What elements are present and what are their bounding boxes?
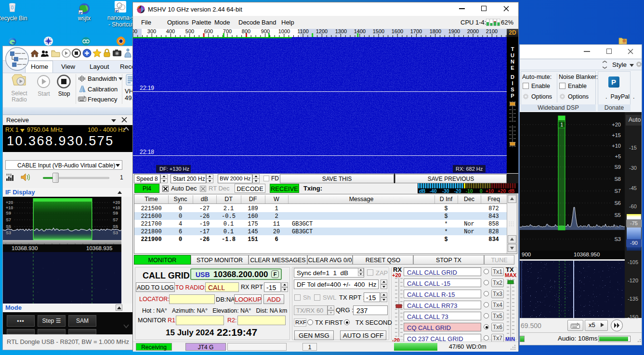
svg-text:S7: S7 bbox=[6, 217, 11, 222]
svg-text:2100: 2100 bbox=[486, 29, 498, 34]
svg-text:+15: +15 bbox=[612, 132, 621, 138]
svg-text:1100: 1100 bbox=[297, 29, 309, 34]
svg-text:1400: 1400 bbox=[354, 29, 366, 34]
svg-text:1000: 1000 bbox=[278, 29, 290, 34]
svg-text:600: 600 bbox=[204, 29, 213, 34]
svg-text:+20: +20 bbox=[498, 189, 506, 193]
svg-text:DF: +130 Hz: DF: +130 Hz bbox=[159, 166, 189, 172]
svg-text:1: 1 bbox=[561, 122, 564, 127]
svg-text:1600: 1600 bbox=[392, 29, 403, 34]
svg-text:400: 400 bbox=[166, 29, 175, 34]
svg-text:1800: 1800 bbox=[430, 29, 441, 34]
svg-text:P: P bbox=[611, 78, 616, 86]
svg-text:S9: S9 bbox=[615, 164, 621, 170]
svg-text:1200: 1200 bbox=[316, 29, 328, 34]
svg-text:-20: -20 bbox=[454, 189, 461, 193]
svg-text:S9: S9 bbox=[6, 211, 11, 216]
svg-text:+10: +10 bbox=[486, 189, 494, 193]
svg-text:+20: +20 bbox=[113, 200, 120, 205]
svg-text:22:19: 22:19 bbox=[140, 85, 154, 91]
svg-text:1500: 1500 bbox=[373, 29, 384, 34]
svg-text:+10: +10 bbox=[113, 205, 120, 210]
svg-text:200: 200 bbox=[133, 29, 137, 34]
svg-text:1900: 1900 bbox=[448, 29, 460, 34]
svg-text:S3: S3 bbox=[113, 230, 118, 235]
svg-text:S5: S5 bbox=[615, 212, 621, 218]
svg-text:-30: -30 bbox=[442, 189, 449, 193]
svg-text:22:18: 22:18 bbox=[140, 149, 154, 155]
svg-text:S9: S9 bbox=[113, 211, 118, 216]
svg-text:S3: S3 bbox=[615, 236, 621, 242]
svg-text:S7: S7 bbox=[615, 188, 621, 194]
svg-text:S5: S5 bbox=[6, 224, 11, 229]
svg-text:S8: S8 bbox=[615, 176, 621, 182]
svg-text:1300: 1300 bbox=[335, 29, 347, 34]
svg-text:2000: 2000 bbox=[467, 29, 479, 34]
svg-text:S5: S5 bbox=[113, 224, 118, 229]
svg-text:S3: S3 bbox=[6, 230, 11, 235]
svg-text:+20: +20 bbox=[6, 200, 13, 205]
svg-text:S7: S7 bbox=[113, 217, 118, 222]
svg-text:S4: S4 bbox=[615, 224, 621, 230]
svg-text:1700: 1700 bbox=[410, 29, 422, 34]
svg-text:dB: dB bbox=[419, 189, 425, 193]
svg-text:S6: S6 bbox=[615, 200, 621, 206]
svg-text:-40: -40 bbox=[430, 189, 437, 193]
svg-text:+10: +10 bbox=[6, 205, 13, 210]
svg-text:RX: 682 Hz: RX: 682 Hz bbox=[456, 166, 483, 172]
svg-text:0: 0 bbox=[480, 189, 483, 193]
svg-text:+10: +10 bbox=[612, 143, 621, 149]
svg-text:+20: +20 bbox=[612, 122, 621, 127]
svg-text:dB: dB bbox=[508, 189, 514, 193]
svg-text:500: 500 bbox=[185, 29, 194, 34]
svg-text:+5: +5 bbox=[615, 153, 621, 159]
svg-text:-10: -10 bbox=[466, 189, 473, 193]
svg-text:300: 300 bbox=[147, 29, 156, 34]
